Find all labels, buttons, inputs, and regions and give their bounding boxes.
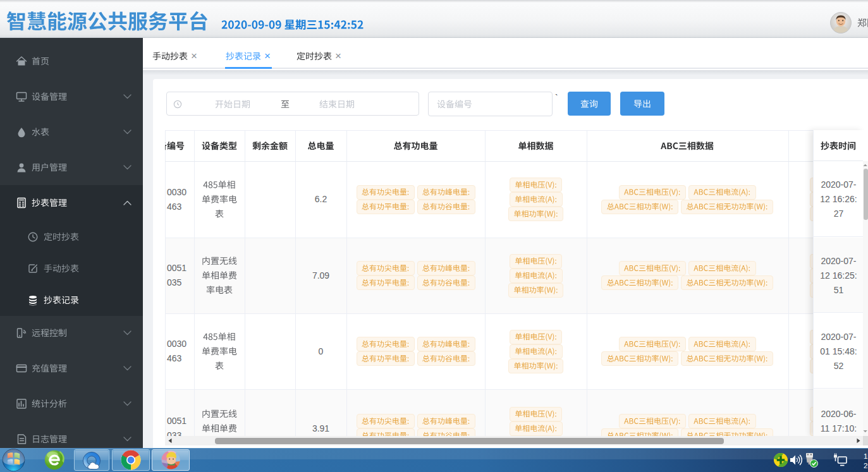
- svg-text:2020/9/9: 2020/9/9: [864, 462, 868, 469]
- svg-text:15:43: 15:43: [864, 452, 868, 460]
